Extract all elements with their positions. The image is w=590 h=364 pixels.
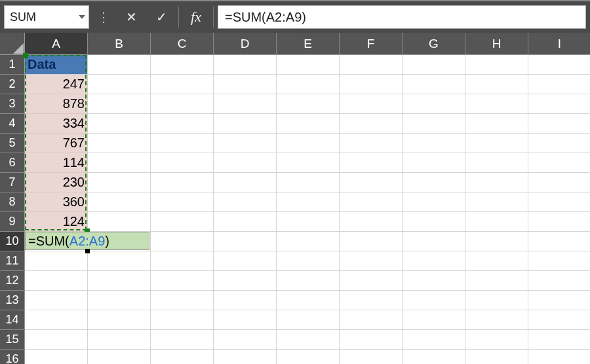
cell-B11[interactable] (88, 251, 151, 271)
cell-I8[interactable] (528, 192, 590, 212)
cell-E8[interactable] (277, 192, 340, 212)
cell-B7[interactable] (88, 173, 151, 192)
cell-E10[interactable] (277, 232, 340, 251)
cell-F15[interactable] (340, 330, 403, 350)
cell-G9[interactable] (403, 212, 465, 232)
cell-F5[interactable] (340, 134, 403, 153)
cell-G8[interactable] (403, 192, 465, 212)
cell-B8[interactable] (88, 192, 151, 212)
cell-A6[interactable]: 114 (25, 153, 88, 173)
cell-F12[interactable] (340, 271, 403, 291)
cell-A2[interactable]: 247 (25, 75, 88, 94)
cell-G13[interactable] (403, 291, 465, 310)
cancel-button[interactable]: ✕ (118, 5, 144, 29)
cell-F2[interactable] (340, 75, 403, 94)
cell-D2[interactable] (214, 75, 277, 94)
cell-C6[interactable] (151, 153, 214, 173)
cell-H8[interactable] (465, 192, 528, 212)
cell-E5[interactable] (277, 134, 340, 153)
row-header-7[interactable]: 7 (0, 173, 25, 192)
cell-E4[interactable] (277, 114, 340, 134)
column-header-H[interactable]: H (465, 33, 528, 55)
cell-D5[interactable] (214, 134, 277, 153)
cell-C4[interactable] (151, 114, 214, 134)
cell-G7[interactable] (403, 173, 465, 192)
cell-G10[interactable] (403, 232, 465, 251)
cell-F16[interactable] (340, 350, 403, 364)
column-header-C[interactable]: C (151, 33, 214, 55)
cell-H16[interactable] (465, 350, 528, 364)
cell-E13[interactable] (277, 291, 340, 310)
cell-G15[interactable] (403, 330, 465, 350)
cell-D15[interactable] (214, 330, 277, 350)
cell-C12[interactable] (151, 271, 214, 291)
cell-H2[interactable] (465, 75, 528, 94)
cell-B15[interactable] (88, 330, 151, 350)
cell-H14[interactable] (465, 310, 528, 330)
cell-I4[interactable] (528, 114, 590, 134)
cell-F14[interactable] (340, 310, 403, 330)
cell-C10[interactable] (151, 232, 214, 251)
cell-H5[interactable] (465, 134, 528, 153)
cell-G4[interactable] (403, 114, 465, 134)
cell-C16[interactable] (151, 350, 214, 364)
cell-B13[interactable] (88, 291, 151, 310)
cell-D10[interactable] (214, 232, 277, 251)
row-header-3[interactable]: 3 (0, 94, 25, 114)
cell-D7[interactable] (214, 173, 277, 192)
cell-B12[interactable] (88, 271, 151, 291)
cell-B14[interactable] (88, 310, 151, 330)
row-header-12[interactable]: 12 (0, 271, 25, 291)
cell-F13[interactable] (340, 291, 403, 310)
row-header-15[interactable]: 15 (0, 330, 25, 350)
cell-H10[interactable] (465, 232, 528, 251)
cell-H3[interactable] (465, 94, 528, 114)
cell-G5[interactable] (403, 134, 465, 153)
cell-B5[interactable] (88, 134, 151, 153)
cell-D16[interactable] (214, 350, 277, 364)
cell-B4[interactable] (88, 114, 151, 134)
insert-function-button[interactable]: fx (183, 5, 209, 29)
cell-I2[interactable] (528, 75, 590, 94)
cell-G3[interactable] (403, 94, 465, 114)
cell-E1[interactable] (277, 55, 340, 75)
cell-F11[interactable] (340, 251, 403, 271)
cell-A3[interactable]: 878 (25, 94, 88, 114)
name-box[interactable]: SUM (4, 5, 89, 29)
cell-I3[interactable] (528, 94, 590, 114)
cell-E3[interactable] (277, 94, 340, 114)
cell-A12[interactable] (25, 271, 88, 291)
cell-B2[interactable] (88, 75, 151, 94)
cell-H4[interactable] (465, 114, 528, 134)
cell-D3[interactable] (214, 94, 277, 114)
row-header-5[interactable]: 5 (0, 134, 25, 153)
row-header-14[interactable]: 14 (0, 310, 25, 330)
fill-handle[interactable] (85, 249, 90, 253)
cell-H6[interactable] (465, 153, 528, 173)
cell-G16[interactable] (403, 350, 465, 364)
cell-B1[interactable] (88, 55, 151, 75)
cell-H7[interactable] (465, 173, 528, 192)
cell-D6[interactable] (214, 153, 277, 173)
cell-I1[interactable] (528, 55, 590, 75)
cell-A14[interactable] (25, 310, 88, 330)
cell-H1[interactable] (465, 55, 528, 75)
cell-E12[interactable] (277, 271, 340, 291)
cell-A13[interactable] (25, 291, 88, 310)
row-header-9[interactable]: 9 (0, 212, 25, 232)
column-header-G[interactable]: G (403, 33, 465, 55)
cell-C2[interactable] (151, 75, 214, 94)
cell-D4[interactable] (214, 114, 277, 134)
select-all-corner[interactable] (0, 33, 25, 55)
cell-I6[interactable] (528, 153, 590, 173)
cells-area[interactable]: Data247878334767114230360124=SUM(A2:A9) (25, 55, 590, 364)
cell-E15[interactable] (277, 330, 340, 350)
cell-I7[interactable] (528, 173, 590, 192)
row-header-11[interactable]: 11 (0, 251, 25, 271)
cell-D1[interactable] (214, 55, 277, 75)
cell-A8[interactable]: 360 (25, 192, 88, 212)
column-header-D[interactable]: D (214, 33, 277, 55)
cell-I14[interactable] (528, 310, 590, 330)
cell-I15[interactable] (528, 330, 590, 350)
cell-E9[interactable] (277, 212, 340, 232)
